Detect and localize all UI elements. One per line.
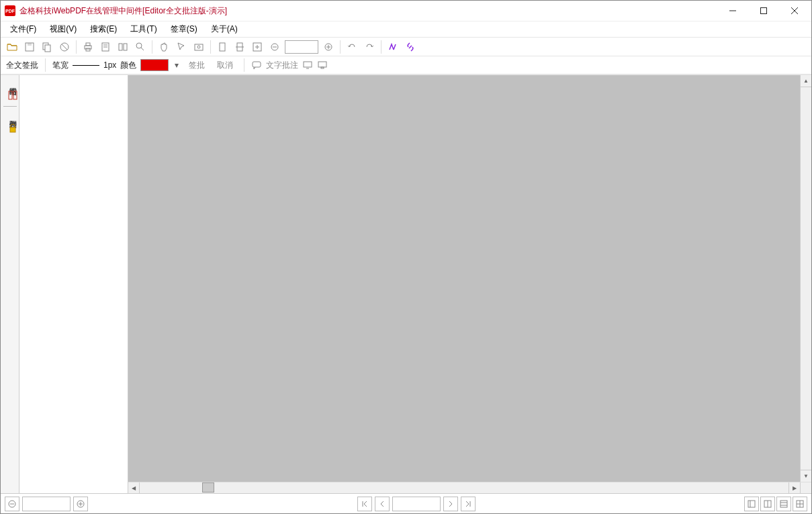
menu-search[interactable]: 搜索(E)	[83, 21, 124, 37]
side-tab-attachments[interactable]: 附件列表	[2, 111, 18, 119]
separator	[45, 58, 46, 72]
svg-line-9	[62, 44, 67, 50]
approve-button[interactable]: 签批	[185, 58, 209, 72]
side-tab-bookmark-icon[interactable]	[2, 87, 18, 102]
horizontal-scrollbar[interactable]: ◀ ▶	[128, 482, 800, 493]
print-button[interactable]	[80, 39, 96, 55]
side-tab-lock-icon[interactable]	[2, 120, 18, 135]
screen-icon[interactable]	[302, 60, 313, 70]
zoom-out-status-button[interactable]	[5, 497, 19, 511]
separator	[210, 40, 211, 54]
status-bar	[1, 493, 811, 513]
horizontal-scrollbar-row: ◀ ▶	[128, 482, 811, 493]
svg-rect-1	[761, 8, 767, 14]
view-grid-button[interactable]	[793, 497, 807, 511]
svg-rect-38	[9, 91, 12, 99]
pen-width-preview	[73, 65, 99, 66]
snapshot-button[interactable]	[191, 39, 207, 55]
menu-file[interactable]: 文件(F)	[3, 21, 43, 37]
find-button[interactable]	[115, 39, 131, 55]
hand-tool-button[interactable]	[156, 39, 172, 55]
pen-width-value: 1px	[103, 60, 116, 70]
scroll-right-button[interactable]: ▶	[788, 482, 800, 494]
select-tool-button[interactable]	[173, 39, 189, 55]
main-toolbar	[1, 37, 811, 56]
save-button[interactable]	[21, 39, 38, 55]
annotation-toolbar: 全文签批 笔宽 1px 颜色 ▾ 签批 取消 文字批注	[1, 56, 811, 74]
zoom-in-status-button[interactable]	[73, 497, 88, 511]
document-button[interactable]	[97, 39, 114, 55]
status-left	[5, 497, 88, 511]
menu-stamp[interactable]: 签章(S)	[164, 21, 204, 37]
maximize-button[interactable]	[748, 1, 779, 21]
viewer-wrap: ◀ ▶	[128, 75, 811, 493]
zoom-plus-button[interactable]	[320, 39, 336, 55]
prev-page-button[interactable]	[375, 497, 390, 511]
color-dropdown-button[interactable]: ▾	[173, 60, 181, 70]
rotate-left-button[interactable]	[344, 39, 360, 55]
scroll-left-button[interactable]: ◀	[128, 482, 140, 494]
svg-rect-37	[321, 67, 324, 68]
menu-tools[interactable]: 工具(T)	[124, 21, 163, 37]
color-swatch[interactable]	[140, 59, 169, 71]
svg-rect-5	[28, 43, 32, 46]
zoom-out-button[interactable]	[267, 39, 283, 55]
view-continuous-button[interactable]	[776, 497, 791, 511]
copy-button[interactable]	[39, 39, 55, 55]
link-button[interactable]	[402, 39, 418, 55]
zoom-field[interactable]	[285, 40, 318, 54]
svg-rect-20	[195, 44, 203, 50]
separator	[76, 40, 77, 54]
side-tabs: 缩略图 附件列表	[1, 75, 19, 493]
fulltext-annotate-label[interactable]: 全文签批	[6, 60, 38, 71]
minimize-button[interactable]	[717, 1, 748, 21]
page-number-field[interactable]	[392, 497, 441, 511]
separator	[152, 40, 152, 54]
svg-rect-52	[780, 501, 787, 507]
scroll-corner	[800, 482, 811, 493]
pen-width-label: 笔宽	[52, 60, 69, 71]
svg-point-18	[136, 43, 142, 48]
view-single-button[interactable]	[744, 497, 759, 511]
comment-icon	[251, 60, 262, 70]
monitor-icon[interactable]	[317, 60, 328, 70]
window-buttons	[717, 1, 810, 21]
next-page-button[interactable]	[443, 497, 458, 511]
svg-rect-48	[748, 501, 755, 507]
side-tab-divider	[3, 106, 17, 107]
close-button[interactable]	[779, 1, 810, 21]
svg-rect-39	[13, 91, 17, 99]
open-button[interactable]	[4, 39, 20, 55]
content-area: 缩略图 附件列表 ◀ ▶	[1, 74, 811, 493]
app-icon: PDF	[5, 5, 15, 16]
svg-rect-33	[253, 62, 261, 67]
side-tab-thumbnails[interactable]: 缩略图	[2, 78, 18, 86]
thumbnail-panel	[19, 75, 128, 493]
cancel-button[interactable]: 取消	[213, 58, 237, 72]
zoom-in-button[interactable]	[249, 39, 265, 55]
separator	[244, 58, 244, 72]
first-page-button[interactable]	[357, 497, 372, 511]
svg-rect-22	[220, 43, 225, 51]
view-facing-button[interactable]	[760, 497, 775, 511]
separator	[381, 40, 381, 54]
zoom-status-field[interactable]	[22, 497, 71, 511]
vertical-scrollbar[interactable]	[800, 75, 811, 482]
svg-rect-11	[86, 43, 90, 46]
svg-rect-40	[10, 127, 15, 132]
search-button[interactable]	[132, 39, 148, 55]
settings-button[interactable]	[385, 39, 401, 55]
scroll-thumb[interactable]	[202, 482, 214, 493]
rotate-right-button[interactable]	[361, 39, 377, 55]
last-page-button[interactable]	[461, 497, 476, 511]
status-center	[88, 497, 744, 511]
single-page-button[interactable]	[214, 39, 230, 55]
svg-rect-17	[124, 44, 127, 50]
reject-button[interactable]	[56, 39, 73, 55]
status-right	[744, 497, 807, 511]
text-annotate-button[interactable]: 文字批注	[266, 60, 298, 71]
menu-view[interactable]: 视图(V)	[43, 21, 83, 37]
document-viewer[interactable]	[128, 75, 800, 482]
menu-about[interactable]: 关于(A)	[204, 21, 244, 37]
fit-width-button[interactable]	[232, 39, 248, 55]
